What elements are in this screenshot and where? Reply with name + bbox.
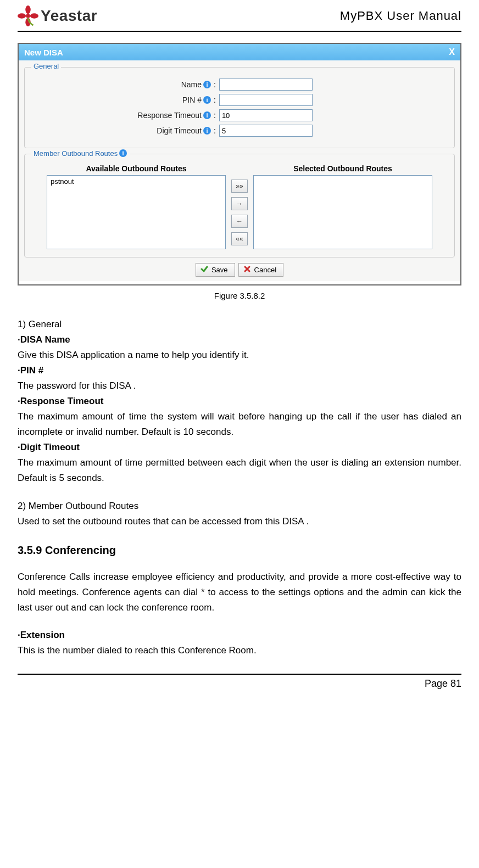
colon: : [214,80,216,89]
label-digit-timeout: Digit Timeout i [30,126,211,135]
routes-row: Available Outbound Routes pstnout »» → ←… [30,162,449,249]
svg-point-4 [26,14,30,18]
dialog-actions: Save Cancel [24,263,455,277]
section-1-title: 1) General [18,317,461,332]
colon: : [214,126,216,135]
svg-text:i: i [122,150,124,156]
footer-divider [18,674,461,675]
svg-text:i: i [206,112,208,119]
digit-timeout-text: The maximum amount of time permitted bet… [18,455,461,486]
info-icon[interactable]: i [203,80,211,89]
row-name: Name i : [30,79,449,91]
available-routes-list[interactable]: pstnout [47,175,226,249]
response-timeout-input[interactable] [219,109,313,121]
routes-btn-col: »» → ← «« [231,180,248,245]
label-digit-text: Digit Timeout [157,126,202,135]
info-icon[interactable]: i [203,96,211,104]
move-right-button[interactable]: → [231,197,248,210]
pin-text: The password for this DISA . [18,378,461,394]
logo: Yeastar [18,5,97,26]
fieldset-routes: Member Outbound Routes i Available Outbo… [24,154,455,257]
selected-routes-col: Selected Outbound Routes [253,164,432,249]
label-pin-text: PIN # [182,96,202,104]
label-response-timeout: Response Timeout i [30,111,211,120]
colon: : [214,111,216,120]
move-left-button[interactable]: ← [231,215,248,228]
figure-caption: Figure 3.5.8.2 [18,291,461,300]
name-input[interactable] [219,79,313,91]
row-digit-timeout: Digit Timeout i : [30,125,449,137]
conferencing-heading: 3.5.9 Conferencing [18,541,461,559]
pin-heading: ·PIN # [18,363,461,378]
legend-routes: Member Outbound Routes i [31,149,130,158]
logo-text: Yeastar [41,7,97,25]
extension-heading: ·Extension [18,628,461,643]
row-response-timeout: Response Timeout i : [30,109,449,121]
list-item[interactable]: pstnout [49,177,223,186]
extension-text: This is the number dialed to reach this … [18,643,461,658]
colon: : [214,96,216,104]
move-all-left-button[interactable]: «« [231,232,248,245]
svg-point-1 [18,13,26,19]
check-icon [200,265,208,275]
section-2-title: 2) Member Outbound Routes [18,499,461,514]
section-2-text: Used to set the outbound routes that can… [18,514,461,529]
info-icon[interactable]: i [203,111,211,120]
label-name: Name i [30,80,211,89]
label-response-text: Response Timeout [137,111,202,120]
response-timeout-text: The maximum amount of time the system wi… [18,409,461,440]
selected-routes-list[interactable] [253,175,432,249]
available-routes-header: Available Outbound Routes [47,164,226,175]
svg-text:i: i [206,97,208,103]
logo-flower-icon [18,5,38,26]
figure-container: New DISA X General Name i : PIN # [18,43,461,285]
info-icon[interactable]: i [203,126,211,135]
legend-general-text: General [34,62,59,70]
cancel-button[interactable]: Cancel [238,263,283,277]
dialog-titlebar: New DISA X [19,44,460,60]
selected-routes-header: Selected Outbound Routes [253,164,432,175]
disa-name-text: Give this DISA application a name to hel… [18,348,461,363]
label-name-text: Name [181,80,202,89]
dialog-title: New DISA [24,48,63,57]
row-pin: PIN # i : [30,94,449,106]
legend-general: General [31,62,61,70]
manual-title: MyPBX User Manual [340,9,461,23]
available-routes-col: Available Outbound Routes pstnout [47,164,226,249]
digit-timeout-heading: ·Digit Timeout [18,440,461,455]
digit-timeout-input[interactable] [219,125,313,137]
page-number: Page 81 [18,678,461,690]
save-button[interactable]: Save [196,263,235,277]
svg-point-0 [25,5,31,14]
cancel-label: Cancel [254,266,276,274]
label-pin: PIN # i [30,96,211,104]
legend-routes-text: Member Outbound Routes [34,149,118,158]
response-timeout-heading: ·Response Timeout [18,394,461,409]
page-header: Yeastar MyPBX User Manual [18,5,461,30]
svg-text:i: i [206,127,208,134]
close-icon[interactable]: X [449,47,455,57]
dialog-body: General Name i : PIN # i [19,60,460,281]
body-text: 1) General ·DISA Name Give this DISA app… [18,317,461,658]
pin-input[interactable] [219,94,313,106]
svg-point-2 [30,13,38,19]
cross-icon [243,265,251,275]
save-label: Save [211,266,228,274]
move-all-right-button[interactable]: »» [231,180,248,193]
header-divider [18,31,461,32]
disa-name-heading: ·DISA Name [18,332,461,348]
svg-text:i: i [206,81,208,88]
info-icon[interactable]: i [119,149,127,158]
conferencing-text: Conference Calls increase employee effic… [18,569,461,615]
fieldset-general: General Name i : PIN # i [24,67,455,148]
